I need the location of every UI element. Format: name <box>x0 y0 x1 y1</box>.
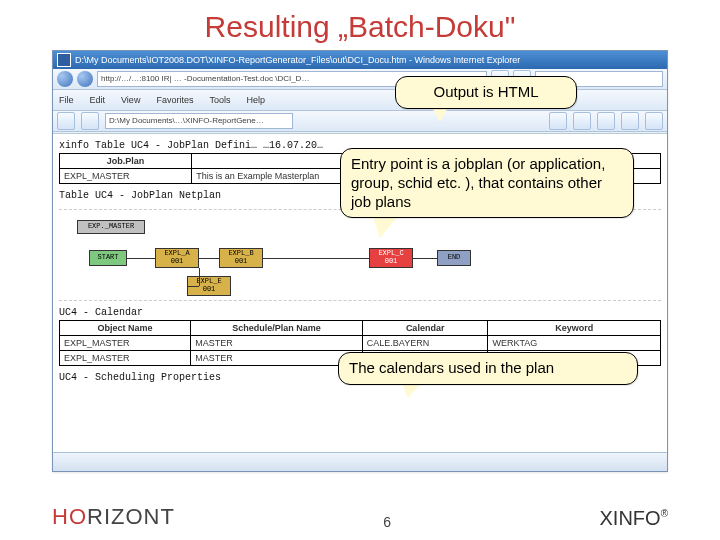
doc-heading-3: UC4 - Calendar <box>59 307 661 318</box>
td: WERKTAG <box>488 336 661 351</box>
slide-title: Resulting „Batch-Doku" <box>0 10 720 44</box>
diagram-node-b: EXPL_B 001 <box>219 248 263 268</box>
breadcrumb-field[interactable]: D:\My Documents\…\XINFO-ReportGene… <box>105 113 293 129</box>
diagram-link <box>413 258 437 259</box>
status-bar <box>53 452 667 471</box>
th-keyword: Keyword <box>488 321 661 336</box>
th-jobplan: Job.Plan <box>60 154 192 169</box>
diagram-link <box>127 258 155 259</box>
diagram-link <box>263 258 369 259</box>
browser-window: D:\My Documents\IOT2008.DOT\XINFO-Report… <box>52 50 668 472</box>
feeds-icon[interactable] <box>573 112 591 130</box>
xinfo-text: XINFO <box>600 507 661 529</box>
footer-logo-ho: HO <box>52 504 87 529</box>
callout-output: Output is HTML <box>395 76 577 109</box>
td: MASTER <box>191 336 363 351</box>
menu-tools[interactable]: Tools <box>209 95 230 105</box>
add-icon[interactable] <box>81 112 99 130</box>
menu-favorites[interactable]: Favorites <box>156 95 193 105</box>
slide-footer: HORIZONT 6 XINFO® <box>0 504 720 530</box>
page-number: 6 <box>175 514 600 530</box>
th-schedule: Schedule/Plan Name <box>191 321 363 336</box>
diagram-link <box>187 286 199 287</box>
diagram-link <box>199 268 200 286</box>
favorites-icon[interactable] <box>57 112 75 130</box>
diagram-node-master: EXP._MASTER <box>77 220 145 234</box>
footer-logo-rest: RIZONT <box>87 504 175 529</box>
td: EXPL_MASTER <box>60 336 191 351</box>
page-icon[interactable] <box>621 112 639 130</box>
print-icon[interactable] <box>597 112 615 130</box>
callout-entrypoint: Entry point is a jobplan (or application… <box>340 148 634 218</box>
callout-calendars: The calendars used in the plan <box>338 352 638 385</box>
home-icon[interactable] <box>549 112 567 130</box>
diagram-node-end: END <box>437 250 471 266</box>
tools-icon[interactable] <box>645 112 663 130</box>
td: EXPL_MASTER <box>60 351 191 366</box>
diagram-node-start: START <box>89 250 127 266</box>
back-button[interactable] <box>57 71 73 87</box>
diagram-link <box>199 258 219 259</box>
menu-file[interactable]: File <box>59 95 74 105</box>
footer-left-logo: HORIZONT <box>52 504 175 530</box>
netplan-diagram: EXP._MASTERSTARTEXPL_A 001EXPL_B 001EXPL… <box>59 209 661 301</box>
th-calendar: Calendar <box>362 321 488 336</box>
footer-right-logo: XINFO® <box>600 507 669 530</box>
browser-titlebar: D:\My Documents\IOT2008.DOT\XINFO-Report… <box>53 51 667 69</box>
diagram-node-a: EXPL_A 001 <box>155 248 199 268</box>
ie-icon <box>57 53 71 67</box>
th-object: Object Name <box>60 321 191 336</box>
td-jobplan: EXPL_MASTER <box>60 169 192 184</box>
menu-help[interactable]: Help <box>246 95 265 105</box>
td: MASTER <box>191 351 363 366</box>
window-title-text: D:\My Documents\IOT2008.DOT\XINFO-Report… <box>75 51 520 69</box>
td: CALE.BAYERN <box>362 336 488 351</box>
forward-button[interactable] <box>77 71 93 87</box>
menu-edit[interactable]: Edit <box>90 95 106 105</box>
toolbar: D:\My Documents\…\XINFO-ReportGene… <box>53 111 667 132</box>
menu-view[interactable]: View <box>121 95 140 105</box>
diagram-node-c: EXPL_C 001 <box>369 248 413 268</box>
registered-icon: ® <box>661 508 668 519</box>
